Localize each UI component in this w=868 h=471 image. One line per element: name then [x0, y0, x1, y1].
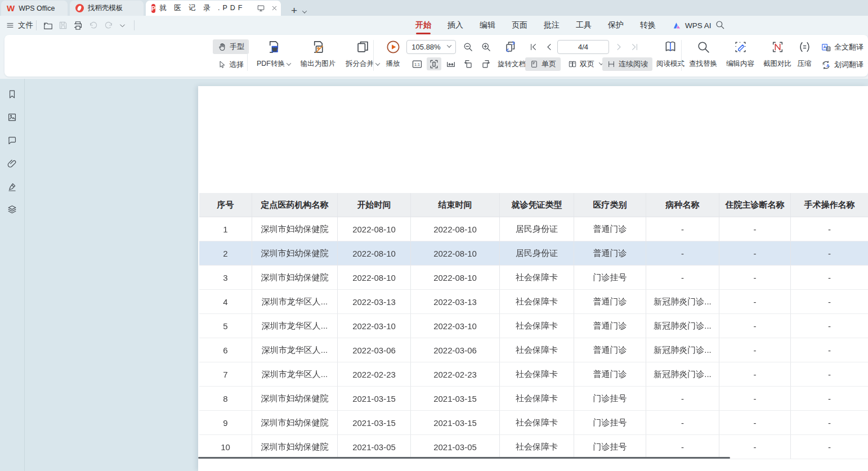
- table-header-row: 序号定点医药机构名称开始时间结束时间就诊凭证类型医疗类别病种名称住院主诊断名称手…: [199, 193, 868, 217]
- zoom-in-icon: [481, 42, 491, 52]
- compress-label[interactable]: 压缩: [793, 59, 816, 69]
- cursor-icon: [217, 60, 226, 69]
- compress-button[interactable]: [793, 40, 816, 54]
- table-row[interactable]: 6 深圳市龙华区人... 2022-03-06 2022-03-06 社会保障卡…: [199, 338, 868, 362]
- comments-panel-icon[interactable]: [7, 135, 17, 146]
- wps-ai-button[interactable]: WPS AI: [672, 16, 712, 35]
- menu-item-home[interactable]: 开始: [415, 20, 431, 30]
- word-translate-button[interactable]: 划词翻译: [821, 59, 868, 71]
- play-button[interactable]: [381, 39, 405, 55]
- actual-size-button[interactable]: [410, 57, 424, 70]
- undo-button[interactable]: [88, 19, 99, 32]
- menu-item-convert[interactable]: 转换: [640, 20, 656, 30]
- table-row[interactable]: 3 深圳市妇幼保健院 2022-08-10 2022-08-10 社会保障卡 门…: [199, 266, 868, 290]
- single-page-button[interactable]: 单页: [525, 57, 561, 71]
- fit-page-button[interactable]: [427, 57, 441, 70]
- fit-width-button[interactable]: [444, 57, 458, 70]
- table-cell: -: [719, 387, 791, 411]
- close-tab-icon[interactable]: [271, 5, 278, 12]
- select-tool-button[interactable]: 选择: [213, 57, 248, 72]
- edit-content-button[interactable]: [723, 40, 758, 54]
- page-number-input[interactable]: 4/4: [557, 40, 609, 54]
- menu-item-edit[interactable]: 编辑: [480, 20, 495, 30]
- export-image-label[interactable]: 输出为图片: [296, 59, 340, 69]
- split-merge-icon: [355, 39, 370, 55]
- next-page-button[interactable]: [612, 41, 625, 53]
- table-row[interactable]: 4 深圳市龙华区人... 2022-03-13 2022-03-13 社会保障卡…: [199, 290, 868, 314]
- zoom-in-button[interactable]: [478, 41, 493, 53]
- split-merge-label[interactable]: 拆分合并: [342, 59, 383, 69]
- previous-page-button[interactable]: [543, 41, 555, 53]
- read-mode-button[interactable]: [653, 39, 688, 54]
- table-row[interactable]: 2 深圳市妇幼保健院 2022-08-10 2022-08-10 居民身份证 普…: [199, 241, 868, 266]
- zoom-level-select[interactable]: 105.88%: [406, 40, 456, 54]
- pdf-convert-label[interactable]: PDF转换: [253, 59, 294, 69]
- split-merge-button[interactable]: [342, 39, 383, 55]
- zoom-out-button[interactable]: [460, 41, 475, 53]
- redo-icon: [104, 20, 114, 30]
- quickbar-more-button[interactable]: [118, 19, 127, 32]
- table-row[interactable]: 1 深圳市妇幼保健院 2022-08-10 2022-08-10 居民身份证 普…: [199, 217, 868, 241]
- pdf-convert-button[interactable]: [253, 39, 294, 55]
- table-cell: 深圳市龙华区人...: [252, 314, 338, 338]
- menu-item-protect[interactable]: 保护: [608, 20, 624, 30]
- thumbnails-panel-icon[interactable]: [7, 112, 17, 123]
- divider: [134, 20, 135, 30]
- screenshot-compare-button[interactable]: [760, 40, 795, 54]
- rotate-document-button[interactable]: [502, 40, 519, 53]
- last-page-button[interactable]: [628, 41, 641, 53]
- menu-search-button[interactable]: [715, 20, 725, 30]
- find-replace-button[interactable]: [686, 40, 721, 54]
- export-image-button[interactable]: [296, 39, 340, 55]
- signature-panel-icon[interactable]: [7, 181, 17, 192]
- tab-list-chevron-icon[interactable]: [302, 8, 307, 13]
- table-row[interactable]: 10 深圳市妇幼保健院 2021-03-05 2021-03-05 社会保障卡 …: [199, 435, 868, 459]
- menu-item-comment[interactable]: 批注: [544, 20, 560, 30]
- search-icon: [715, 20, 725, 30]
- table-cell: 新冠肺炎门诊...: [646, 314, 719, 338]
- table-row[interactable]: 9 深圳市妇幼保健院 2021-03-15 2021-03-15 社会保障卡 门…: [199, 411, 868, 435]
- rotate-document-label[interactable]: 旋转文档: [495, 60, 528, 69]
- read-mode-label[interactable]: 阅读模式: [653, 59, 688, 69]
- rotate-right-button[interactable]: [478, 57, 493, 70]
- menu-item-insert[interactable]: 插入: [448, 20, 463, 30]
- wps-ai-logo-icon: [672, 21, 682, 30]
- bookmarks-panel-icon[interactable]: [7, 89, 17, 100]
- table-cell: 普通门诊: [574, 314, 646, 338]
- single-page-icon: [530, 60, 539, 69]
- edit-content-label[interactable]: 编辑内容: [723, 59, 758, 69]
- attachments-panel-icon[interactable]: [7, 158, 17, 169]
- menu-item-page[interactable]: 页面: [512, 20, 527, 30]
- tab-wps-office[interactable]: W WPS Office: [1, 1, 68, 16]
- table-row[interactable]: 7 深圳市龙华区人... 2022-02-23 2022-02-23 社会保障卡…: [199, 362, 868, 387]
- menu-item-tools[interactable]: 工具: [576, 20, 592, 30]
- open-file-button[interactable]: [43, 19, 53, 32]
- table-cell: 社会保障卡: [500, 290, 574, 314]
- redo-button[interactable]: [104, 19, 114, 32]
- layers-panel-icon[interactable]: [7, 204, 17, 215]
- find-replace-label[interactable]: 查找替换: [686, 59, 721, 69]
- table-row[interactable]: 5 深圳市龙华区人... 2022-03-10 2022-03-10 社会保障卡…: [199, 314, 868, 338]
- present-to-screen-icon[interactable]: [257, 4, 265, 12]
- double-page-button[interactable]: 双页: [565, 57, 606, 71]
- table-cell: -: [646, 435, 719, 459]
- new-tab-button[interactable]: +: [291, 5, 297, 16]
- table-cell: 2022-08-10: [411, 241, 500, 266]
- full-translate-button[interactable]: 全文翻译: [821, 41, 863, 53]
- rotate-left-button[interactable]: [460, 57, 475, 70]
- continuous-read-button[interactable]: 连续阅读: [602, 57, 652, 71]
- hand-tool-button[interactable]: 手型: [213, 39, 249, 54]
- save-button[interactable]: [58, 19, 68, 32]
- screenshot-compare-label[interactable]: 截图对比: [760, 59, 795, 69]
- table-row[interactable]: 8 深圳市妇幼保健院 2021-03-15 2021-03-15 社会保障卡 门…: [199, 387, 868, 411]
- horizontal-scrollbar-thumb[interactable]: [198, 457, 730, 459]
- play-label[interactable]: 播放: [381, 59, 405, 69]
- tab-medical-record-pdf[interactable]: P 就 医 记 录 .PDF: [146, 1, 281, 16]
- hamburger-menu-icon: [6, 21, 15, 30]
- file-menu-button[interactable]: 文件: [6, 19, 33, 32]
- table-cell: -: [791, 314, 868, 338]
- table-cell: 2022-03-06: [338, 338, 411, 362]
- print-button[interactable]: [73, 19, 83, 32]
- first-page-button[interactable]: [527, 41, 539, 53]
- tab-docer-templates[interactable]: 找稻壳模板: [70, 1, 144, 16]
